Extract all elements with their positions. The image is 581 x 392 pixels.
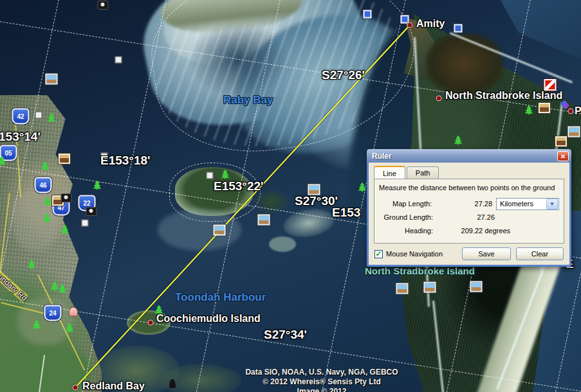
dialog-titlebar[interactable]: Ruler ✕ (367, 149, 571, 163)
map-imagery-blob: Ground Length: 27.26 (379, 211, 559, 224)
chevron-down-icon[interactable]: ▼ (546, 199, 558, 209)
placemark-dot-icon[interactable] (568, 109, 574, 114)
route-shield-46[interactable]: 46 (35, 177, 52, 193)
photo-icon[interactable] (214, 225, 226, 236)
photo-icon-brown[interactable] (555, 136, 567, 147)
placemark-square-icon[interactable] (207, 172, 214, 179)
photo-icon-brown[interactable] (539, 103, 550, 113)
map-attribution: Data SIO, NOAA, U.S. Navy, NGA, GEBCO © … (196, 368, 447, 392)
close-icon[interactable]: ✕ (557, 151, 569, 161)
photo-icon[interactable] (568, 127, 580, 138)
placemark-square-icon[interactable] (35, 112, 42, 119)
placemark-dot-icon[interactable] (407, 22, 413, 28)
photo-icon[interactable] (396, 283, 409, 294)
map-length-label: Map Length: (379, 200, 432, 208)
attribution-line: © 2012 Whereis® Sensis Pty Ltd (196, 377, 447, 387)
mouse-navigation-checkbox[interactable]: ✓ (374, 250, 383, 258)
map-length-value: 27.28 (432, 200, 496, 208)
grid-label-e153-partial: E153 (332, 206, 360, 220)
photo-icon[interactable] (308, 184, 320, 195)
placemark-dot-icon[interactable] (436, 96, 442, 102)
tab-line[interactable]: Line (374, 166, 405, 179)
ruler-panel: Measure the distance between two points … (374, 179, 564, 244)
webcam-icon[interactable] (61, 193, 72, 202)
photo-icon[interactable] (46, 74, 58, 85)
map-imagery-blob: Map Length: 27.28 Kilometers ▼ (379, 197, 559, 210)
dialog-tabs: Line Path (369, 163, 569, 179)
grid-label-s27-34: S27°34' (264, 328, 307, 342)
ruler-description: Measure the distance between two points … (379, 184, 559, 192)
webcam-icon[interactable] (86, 207, 97, 216)
water-label-toondah-harbour[interactable]: Toondah Harbour (175, 291, 266, 304)
tab-path[interactable]: Path (407, 166, 439, 179)
units-dropdown[interactable]: Kilometers ▼ (496, 198, 559, 210)
bell-icon[interactable] (69, 307, 78, 317)
photo-square-icon[interactable] (364, 10, 372, 19)
placemark-label-po-clipped[interactable]: Po (575, 105, 581, 117)
photo-icon-brown[interactable] (59, 154, 70, 164)
heading-value: 209.22 degrees (433, 227, 514, 235)
units-dropdown-value: Kilometers (500, 200, 533, 208)
dialog-title: Ruler (372, 152, 392, 161)
placemark-label-redland-bay[interactable]: Redland Bay (82, 380, 145, 392)
attribution-line: Data SIO, NOAA, U.S. Navy, NGA, GEBCO (196, 368, 447, 377)
dive-site-icon[interactable] (544, 79, 557, 91)
ruler-dialog: Ruler ✕ Line Path Measure the distance b… (367, 149, 571, 267)
photo-icon[interactable] (258, 215, 270, 226)
grid-label-s27-30: S27°30' (295, 194, 338, 208)
ground-length-value: 27.26 (433, 213, 499, 221)
grid-label-e153-22: E153°22' (214, 179, 264, 193)
placemark-label-amity[interactable]: Amity (416, 18, 445, 30)
photo-icon[interactable] (424, 282, 436, 293)
placemark-square-icon[interactable] (82, 220, 89, 227)
route-shield-42[interactable]: 42 (12, 109, 30, 125)
grid-label-e153-14: 153°14' (0, 130, 41, 144)
route-shield-24[interactable]: 24 (44, 305, 62, 321)
photo-icon[interactable] (470, 281, 483, 292)
clear-button[interactable]: Clear (516, 247, 564, 260)
grid-label-s27-26: S27°26' (322, 68, 365, 82)
dialog-bottom-row: ✓ Mouse Navigation Save Clear (369, 244, 569, 265)
placemark-dot-icon[interactable] (148, 320, 154, 326)
placemark-square-icon[interactable] (115, 57, 122, 64)
grid-label-e153-18: E153°18' (100, 154, 151, 168)
heading-label: Heading: (379, 227, 433, 235)
map-imagery-blob: Heading: 209.22 degrees (379, 224, 559, 237)
placemark-label-coochiemudlo-island[interactable]: Coochiemudlo Island (156, 313, 261, 325)
webcam-icon[interactable] (98, 1, 109, 10)
monument-icon[interactable] (169, 379, 176, 389)
island-label-north-stradbroke-island[interactable]: North Stradbroke Island (365, 265, 475, 276)
attribution-line: Image © 2012 (196, 387, 447, 392)
google-earth-viewport[interactable]: 420546472224 S27°26'S27°30'S27°34'153°14… (0, 0, 581, 392)
ground-length-label: Ground Length: (379, 213, 433, 221)
placemark-label-north-stradbroke-island[interactable]: North Stradbroke Island (445, 90, 562, 102)
water-label-raby-bay[interactable]: Raby Bay (223, 94, 273, 107)
save-button[interactable]: Save (462, 247, 511, 260)
placemark-dot-icon[interactable] (73, 385, 78, 391)
mouse-navigation-label: Mouse Navigation (386, 250, 443, 258)
photo-square-icon[interactable] (454, 24, 463, 33)
checkmark-icon: ✓ (375, 250, 382, 258)
